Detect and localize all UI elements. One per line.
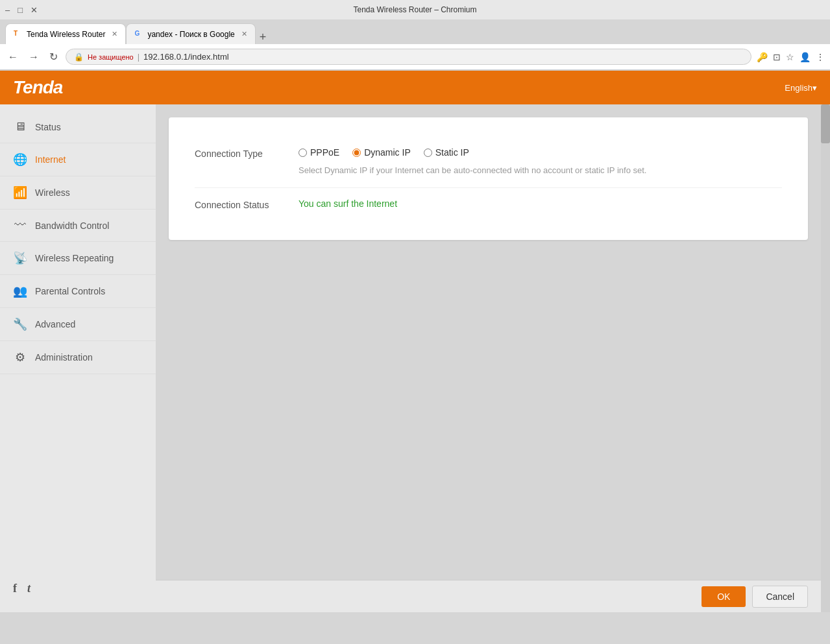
connection-type-options: PPPoE Dynamic IP Static IP [299,147,782,158]
sidebar-label-admin: Administration [35,352,93,363]
facebook-icon[interactable]: f [13,582,17,595]
back-button[interactable]: ← [5,50,21,64]
tab-yandex-close[interactable]: ✕ [241,30,247,38]
language-selector[interactable]: English▾ [785,83,817,93]
radio-pppoe[interactable]: PPPoE [299,147,339,158]
yandex-favicon: G [134,30,143,39]
sidebar-item-admin[interactable]: ⚙ Administration [0,341,156,374]
advanced-icon: 🔧 [13,317,27,331]
radio-static-label: Static IP [435,147,469,158]
status-icon: 🖥 [13,120,27,134]
bookmark-icon[interactable]: ☆ [786,52,794,62]
sidebar-item-advanced[interactable]: 🔧 Advanced [0,308,156,341]
address-url: 192.168.0.1/index.html [143,52,229,62]
bandwidth-icon: 〰 [13,219,27,232]
main-area: Connection Type PPPoE Dynamic IP [156,104,821,612]
scrollbar-track[interactable] [821,104,830,612]
window-close[interactable]: ✕ [31,5,38,15]
main-content: Connection Type PPPoE Dynamic IP [156,104,821,580]
cast-icon[interactable]: ⊡ [773,52,781,62]
browser-titlebar: – □ ✕ Tenda Wireless Router – Chromium [0,0,830,19]
page-wrapper: Tenda English▾ 🖥 Status 🌐 Internet 📶 Wir… [0,71,830,612]
sidebar-label-parental: Parental Controls [35,286,105,296]
parental-icon: 👥 [13,284,27,298]
sidebar-item-wireless[interactable]: 📶 Wireless [0,176,156,209]
connection-type-row: Connection Type PPPoE Dynamic IP [195,137,782,188]
connection-type-hint: Select Dynamic IP if your Internet can b… [299,164,782,177]
radio-dynamic-input[interactable] [352,149,361,157]
address-input-container[interactable]: 🔒 Не защищено | 192.168.0.1/index.html [66,49,751,65]
ok-button[interactable]: OK [702,586,746,607]
security-warning: Не защищено [88,53,134,61]
repeating-icon: 📡 [13,251,27,265]
sidebar: 🖥 Status 🌐 Internet 📶 Wireless 〰 Bandwid… [0,104,156,612]
sidebar-footer: f t [0,571,156,606]
radio-static[interactable]: Static IP [424,147,469,158]
admin-icon: ⚙ [13,350,27,364]
browser-chrome: – □ ✕ Tenda Wireless Router – Chromium T… [0,0,830,71]
sidebar-item-status[interactable]: 🖥 Status [0,111,156,143]
tab-tenda-close[interactable]: ✕ [112,30,117,38]
footer-bar: OK Cancel [156,580,821,612]
address-bar: ← → ↻ 🔒 Не защищено | 192.168.0.1/index.… [0,44,830,70]
sidebar-label-bandwidth: Bandwidth Control [35,221,109,231]
lock-icon: 🔒 [74,53,84,62]
wireless-icon: 📶 [13,185,27,200]
sidebar-item-repeating[interactable]: 📡 Wireless Repeating [0,242,156,275]
sidebar-label-repeating: Wireless Repeating [35,253,114,263]
tabs-bar: T Tenda Wireless Router ✕ G yandex - Пои… [0,19,830,44]
new-tab-button[interactable]: + [256,30,271,44]
forward-button[interactable]: → [26,50,42,64]
sidebar-label-advanced: Advanced [35,319,75,329]
radio-static-input[interactable] [424,149,432,157]
sidebar-item-parental[interactable]: 👥 Parental Controls [0,275,156,308]
internet-icon: 🌐 [13,152,27,167]
sidebar-label-status: Status [35,122,61,132]
connection-type-field: PPPoE Dynamic IP Static IP [299,147,782,177]
radio-dynamic-label: Dynamic IP [364,147,411,158]
scrollbar-thumb[interactable] [821,104,830,143]
connection-status-row: Connection Status You can surf the Inter… [195,188,782,221]
cancel-button[interactable]: Cancel [752,586,808,608]
radio-pppoe-label: PPPoE [310,147,339,158]
key-icon[interactable]: 🔑 [757,52,768,62]
tab-yandex[interactable]: G yandex - Поиск в Google ✕ [126,23,255,44]
profile-icon[interactable]: 👤 [799,52,811,62]
connection-status-value: You can surf the Internet [299,198,397,209]
tenda-logo: Tenda [13,77,62,98]
sidebar-item-internet[interactable]: 🌐 Internet [0,143,156,176]
content-card: Connection Type PPPoE Dynamic IP [169,117,808,240]
tab-tenda-label: Tenda Wireless Router [27,30,105,39]
connection-status-label: Connection Status [195,198,299,210]
window-maximize[interactable]: □ [18,5,23,15]
tab-tenda[interactable]: T Tenda Wireless Router ✕ [5,23,126,44]
page-body: 🖥 Status 🌐 Internet 📶 Wireless 〰 Bandwid… [0,104,830,612]
tab-yandex-label: yandex - Поиск в Google [147,30,234,39]
connection-type-label: Connection Type [195,147,299,159]
menu-icon[interactable]: ⋮ [816,52,825,62]
browser-title: Tenda Wireless Router – Chromium [57,5,773,14]
sidebar-label-wireless: Wireless [35,187,70,198]
address-separator: | [138,52,140,62]
window-minimize[interactable]: – [5,5,10,15]
sidebar-item-bandwidth[interactable]: 〰 Bandwidth Control [0,209,156,242]
tenda-favicon: T [14,30,23,39]
address-actions: 🔑 ⊡ ☆ 👤 ⋮ [757,52,825,62]
sidebar-label-internet: Internet [35,154,66,165]
twitter-icon[interactable]: t [27,582,31,595]
radio-dynamic[interactable]: Dynamic IP [352,147,411,158]
refresh-button[interactable]: ↻ [47,49,60,64]
connection-status-field: You can surf the Internet [299,198,782,209]
radio-pppoe-input[interactable] [299,149,307,157]
page-header: Tenda English▾ [0,71,830,104]
